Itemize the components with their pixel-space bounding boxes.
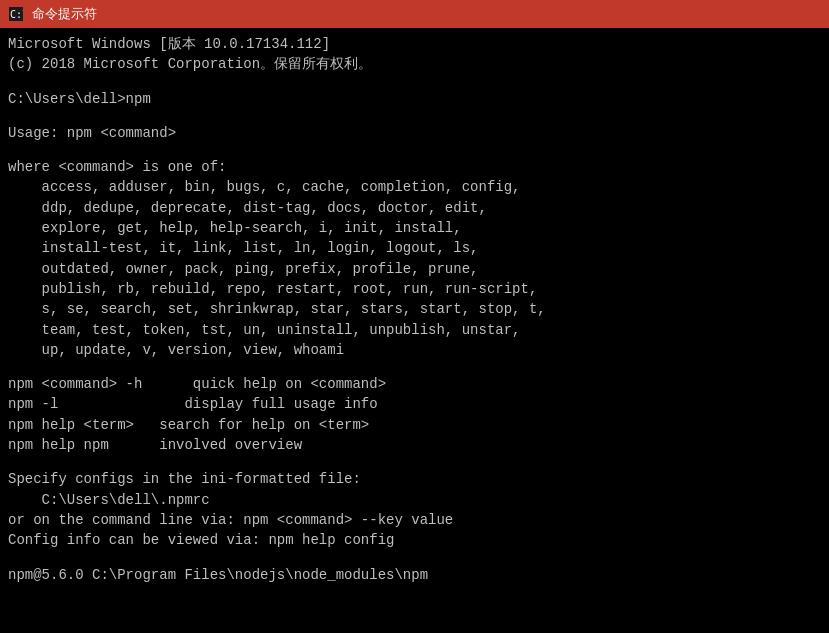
empty-line (8, 551, 821, 565)
terminal-line: npm help npm involved overview (8, 435, 821, 455)
svg-text:C:\: C:\ (10, 9, 23, 20)
terminal-line: team, test, token, tst, un, uninstall, u… (8, 320, 821, 340)
terminal-line: npm <command> -h quick help on <command> (8, 374, 821, 394)
terminal-line: npm help <term> search for help on <term… (8, 415, 821, 435)
terminal-line: npm@5.6.0 C:\Program Files\nodejs\node_m… (8, 565, 821, 585)
terminal-line: explore, get, help, help-search, i, init… (8, 218, 821, 238)
terminal-line: ddp, dedupe, deprecate, dist-tag, docs, … (8, 198, 821, 218)
terminal-line: up, update, v, version, view, whoami (8, 340, 821, 360)
title-bar-label: 命令提示符 (32, 5, 97, 23)
terminal-line: install-test, it, link, list, ln, login,… (8, 238, 821, 258)
terminal-line: Usage: npm <command> (8, 123, 821, 143)
title-bar: C:\ 命令提示符 (0, 0, 829, 28)
empty-line (8, 75, 821, 89)
terminal-line: Microsoft Windows [版本 10.0.17134.112] (8, 34, 821, 54)
terminal-line: publish, rb, rebuild, repo, restart, roo… (8, 279, 821, 299)
terminal-line: s, se, search, set, shrinkwrap, star, st… (8, 299, 821, 319)
terminal-line: or on the command line via: npm <command… (8, 510, 821, 530)
terminal-line: Config info can be viewed via: npm help … (8, 530, 821, 550)
empty-line (8, 360, 821, 374)
empty-line (8, 143, 821, 157)
terminal-line: C:\Users\dell\.npmrc (8, 490, 821, 510)
terminal-line: outdated, owner, pack, ping, prefix, pro… (8, 259, 821, 279)
empty-line (8, 109, 821, 123)
empty-line (8, 455, 821, 469)
terminal-line: access, adduser, bin, bugs, c, cache, co… (8, 177, 821, 197)
terminal-line: Specify configs in the ini-formatted fil… (8, 469, 821, 489)
terminal-line: C:\Users\dell>npm (8, 89, 821, 109)
terminal-line: (c) 2018 Microsoft Corporation。保留所有权利。 (8, 54, 821, 74)
terminal-line: where <command> is one of: (8, 157, 821, 177)
terminal-line: npm -l display full usage info (8, 394, 821, 414)
terminal-body: Microsoft Windows [版本 10.0.17134.112](c)… (0, 28, 829, 633)
cmd-icon: C:\ (8, 6, 24, 22)
